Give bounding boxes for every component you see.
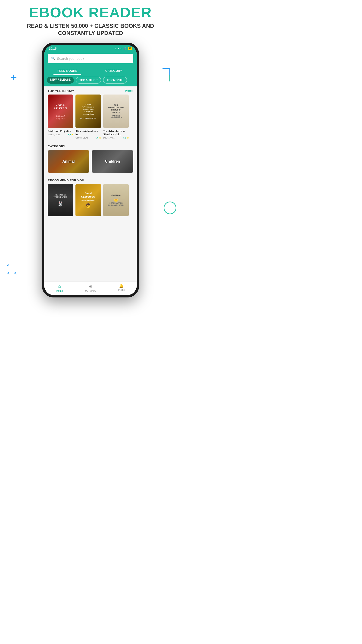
book-cover-sherlock: THEADVENTURES OFSHERLOCKHOLMES ARTHUR &C… xyxy=(103,94,129,128)
book-card-pride[interactable]: JANEAUSTEN Pride andPrejudice Pride and … xyxy=(48,94,73,139)
library-icon: ⊞ xyxy=(88,284,92,289)
wifi-icon: 🔊 xyxy=(123,47,127,50)
tabs-bar: FEED BOOKS CATEGORY xyxy=(44,67,137,75)
recommend-title: RECOMMEND FOR YOU xyxy=(48,178,84,182)
nav-library-label: My Library xyxy=(85,290,96,292)
phone-screen: 10:15 ▲▲▲ 🔊 95 🔍 Search your book FEED B… xyxy=(44,45,137,295)
phone-frame: 10:15 ▲▲▲ 🔊 95 🔍 Search your book FEED B… xyxy=(42,42,139,298)
book-rating-pride: 5,0 ★ xyxy=(68,134,73,136)
pill-top-month[interactable]: TOP MONTH xyxy=(103,77,127,84)
status-bar: 10:15 ▲▲▲ 🔊 95 xyxy=(44,45,137,52)
status-time: 10:15 xyxy=(49,47,56,50)
book-author-alice: Carroll, Lewis xyxy=(75,137,88,139)
search-box[interactable]: 🔍 Search your book xyxy=(48,54,133,63)
svg-text:<: < xyxy=(14,270,17,276)
book-card-sherlock[interactable]: THEADVENTURES OFSHERLOCKHOLMES ARTHUR &C… xyxy=(103,94,129,139)
category-label-animal: Animal xyxy=(62,160,74,164)
book-cover-alice: Alice'sAdventures inWonderlandThrough th… xyxy=(75,94,101,128)
tab-category[interactable]: CATEGORY xyxy=(90,67,137,75)
app-subtitle: READ & LISTEN 50.000 + CLASSIC BOOKS AND… xyxy=(9,22,172,36)
bottom-navigation: ⌂ Home ⊞ My Library 🔔 Profile xyxy=(44,282,137,295)
deco-arrows-icon: ^ < < xyxy=(6,262,24,279)
pill-new-release[interactable]: NEW RELEASE xyxy=(47,77,74,84)
rec-book-leviathan[interactable]: LEVIATHAN 👑 OR THE MATTERFORM AND POWER xyxy=(103,184,129,216)
top-yesterday-books: JANEAUSTEN Pride andPrejudice Pride and … xyxy=(44,94,137,142)
top-yesterday-more[interactable]: More › xyxy=(125,89,133,92)
nav-library[interactable]: ⊞ My Library xyxy=(75,284,106,292)
deco-circle-icon xyxy=(164,202,176,214)
pill-top-author[interactable]: TOP AUTHOR xyxy=(76,77,101,84)
nav-home-label: Home xyxy=(56,290,63,292)
deco-plus-icon: + xyxy=(10,72,17,83)
book-card-alice[interactable]: Alice'sAdventures inWonderlandThrough th… xyxy=(75,94,101,139)
filter-pills: NEW RELEASE TOP AUTHOR TOP MONTH xyxy=(44,75,137,86)
recommend-books: THE TALE OFPETER RABBIT 🐰 DavidCopperfie… xyxy=(44,184,137,219)
nav-home[interactable]: ⌂ Home xyxy=(44,284,75,292)
category-grid: Animal Children xyxy=(44,150,137,176)
nav-profile-label: Profile xyxy=(118,289,124,291)
search-icon: 🔍 xyxy=(51,56,55,60)
profile-icon: 🔔 xyxy=(119,284,124,288)
content-area: TOP YESTERDAY More › JANEAUSTEN Pride an… xyxy=(44,86,137,282)
category-label-children: Children xyxy=(105,160,120,164)
book-author-pride: Austen, Jane xyxy=(48,134,60,136)
search-placeholder: Search your book xyxy=(57,56,84,60)
search-area: 🔍 Search your book xyxy=(44,52,137,67)
book-meta-alice: Carroll, Lewis 5,0 ★ xyxy=(75,137,101,139)
app-title: EBOOK READER xyxy=(9,5,172,20)
home-icon: ⌂ xyxy=(58,284,61,289)
deco-bracket-icon xyxy=(158,66,175,83)
book-title-sherlock: The Adventures of Sherlock Hol... xyxy=(103,130,129,136)
book-meta-sherlock: Doyle, Arth... 5,0 ★ xyxy=(103,137,129,139)
category-animal[interactable]: Animal xyxy=(48,150,89,173)
status-icons: ▲▲▲ 🔊 95 xyxy=(115,47,132,50)
signal-icon: ▲▲▲ xyxy=(115,47,122,50)
book-rating-sherlock: 5,0 ★ xyxy=(123,137,129,139)
top-yesterday-title: TOP YESTERDAY xyxy=(48,89,74,93)
svg-text:<: < xyxy=(7,270,10,276)
rec-book-david[interactable]: DavidCopperfield Charles Dickens 👦 xyxy=(75,184,101,216)
top-yesterday-header: TOP YESTERDAY More › xyxy=(44,86,137,94)
book-cover-pride: JANEAUSTEN Pride andPrejudice xyxy=(48,94,73,128)
book-rating-alice: 5,0 ★ xyxy=(96,137,101,139)
book-title-pride: Pride and Prejudice xyxy=(48,130,73,133)
tab-feed-books[interactable]: FEED BOOKS xyxy=(44,67,90,75)
svg-text:^: ^ xyxy=(7,263,9,269)
rec-book-peter[interactable]: THE TALE OFPETER RABBIT 🐰 xyxy=(48,184,73,216)
phone-device: 10:15 ▲▲▲ 🔊 95 🔍 Search your book FEED B… xyxy=(42,42,139,298)
book-meta-pride: Austen, Jane 5,0 ★ xyxy=(48,134,73,136)
battery-icon: 95 xyxy=(128,47,132,50)
category-title: CATEGORY xyxy=(48,144,65,148)
category-children[interactable]: Children xyxy=(92,150,133,173)
recommend-header: RECOMMEND FOR YOU xyxy=(44,176,137,184)
book-title-alice: Alice's Adventures in ... xyxy=(75,130,101,136)
category-header: CATEGORY xyxy=(44,142,137,150)
nav-profile[interactable]: 🔔 Profile xyxy=(106,284,137,292)
app-header: EBOOK READER READ & LISTEN 50.000 + CLAS… xyxy=(0,0,181,40)
book-author-sherlock: Doyle, Arth... xyxy=(103,137,115,139)
